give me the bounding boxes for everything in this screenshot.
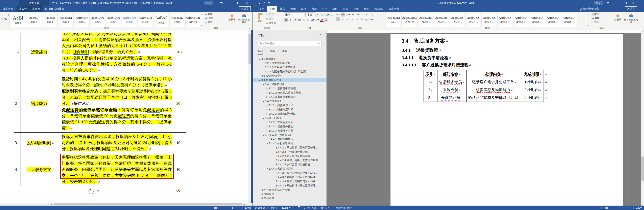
style-chip[interactable]: AaBl标题 1 [10, 13, 26, 27]
accessibility-indicator[interactable]: 辅助功能: 调查 [336, 206, 352, 210]
right-document-page[interactable]: ·3.4售后服务方案↵·3.4.1退换货政策↵·3.4.1.1退换货申请流程↵·… [390, 34, 624, 206]
replace-button[interactable]: ab替换 [205, 17, 226, 20]
close-icon[interactable]: × [242, 0, 251, 6]
restore-icon[interactable] [620, 0, 629, 6]
decrease-indent-icon[interactable]: ⇤ [351, 12, 355, 16]
nav-search-box[interactable]: ▾ [258, 41, 322, 46]
expand-collapse-icon[interactable]: ▷ [265, 130, 269, 131]
tab-table-design[interactable]: 表设计 [16, 6, 30, 12]
ribbon-tab[interactable]: 百度网盘 [386, 6, 402, 12]
web-layout-icon[interactable] [218, 207, 221, 209]
nav-item[interactable]: ▷3.4.1.1 退换货申请流程 [253, 86, 326, 91]
nav-item[interactable]: 6 其他承诺 [253, 196, 326, 200]
italic-icon[interactable]: I [288, 18, 292, 22]
nav-item[interactable]: 3.3 投诉响应时间 [253, 74, 326, 78]
zoom-in-icon[interactable]: + [242, 206, 243, 210]
style-chip[interactable]: AaBbCcDd标题 6 [90, 13, 106, 27]
search-icon[interactable] [317, 43, 318, 44]
expand-collapse-icon[interactable]: ◢ [258, 79, 262, 81]
word-count[interactable]: 63245 个字 [282, 206, 294, 210]
nav-item[interactable]: 3.4.4.2.3 凭证提供及核实流程 [253, 154, 326, 158]
zoom-level[interactable]: 130% [245, 206, 251, 209]
style-chip[interactable]: AaBbCcDi↓内容块-… [545, 13, 561, 27]
addins-button[interactable]: 加载项 [226, 12, 238, 28]
ribbon-display-options-icon[interactable] [604, 0, 612, 6]
expand-collapse-icon[interactable]: ◢ [258, 58, 262, 60]
tab-table-layout[interactable]: 表布局 [30, 6, 43, 12]
zoom-out-icon[interactable]: − [614, 206, 616, 210]
tab-baidu-pan[interactable]: 百度网盘 [0, 6, 16, 12]
ribbon-tab[interactable]: 帮助 [361, 6, 372, 12]
nav-item[interactable]: 3.4.4.3.1 客户索赔信息收集与核实... [253, 171, 326, 175]
nav-item[interactable]: ◢3.4.2 报修服务 [253, 99, 326, 103]
expand-collapse-icon[interactable]: ◢ [262, 83, 265, 85]
share-button[interactable]: ↗共享 [625, 6, 637, 11]
nav-item[interactable]: ◢3.4.4.2 执行标准细则 [253, 141, 326, 145]
ribbon-tab[interactable]: 视图 [351, 6, 361, 12]
nav-item[interactable]: ◢3.4 售后服务方案 [253, 78, 326, 82]
nav-tab-headings[interactable]: 标题 [258, 49, 263, 55]
style-chip[interactable]: AaBbCcD(↓内容块-… [418, 13, 434, 27]
ribbon-tab[interactable]: 审阅 [340, 6, 351, 12]
nav-item[interactable]: 3.2.3 免配送费的最低单笔订单金额 [253, 69, 326, 74]
nav-item[interactable]: ◢3.4.1 退换货政策 [253, 82, 326, 86]
undo-icon[interactable]: ↶ [263, 1, 265, 5]
asian-layout-icon[interactable]: A↔ [360, 12, 365, 16]
ribbon-tab[interactable]: Acrobat [372, 6, 386, 12]
style-chip[interactable]: AaBbCcD(标题 4 [58, 13, 74, 27]
style-chip[interactable]: AaBbCcD(↓内容块-… [450, 13, 465, 27]
ribbon-tab[interactable]: 引用 [319, 6, 330, 12]
scroll-right-icon[interactable]: ▶ [243, 203, 246, 206]
styles-gallery-scrollbar[interactable]: ▴▾▾ [200, 13, 203, 27]
style-chip[interactable]: AaBbCcI标题 3 [42, 13, 58, 27]
show-marks-icon[interactable]: ¶ [370, 12, 374, 16]
increase-indent-icon[interactable]: ⇥ [356, 12, 360, 16]
style-chip[interactable]: AaBbCcD↓表内列… [170, 13, 185, 27]
find-button[interactable]: 查找▾ [205, 13, 226, 16]
restore-icon[interactable] [234, 0, 242, 6]
customize-qat-icon[interactable]: ▾ [278, 2, 279, 4]
ribbon-tab[interactable]: 插入 [277, 6, 288, 12]
nav-options-chevron-icon[interactable]: ▾ [313, 34, 314, 36]
nav-item[interactable]: 3.4.4.2.2 三包期限计算规则 [253, 150, 326, 154]
multilevel-list-icon[interactable]: ⋮≡▾ [346, 12, 350, 16]
nav-item[interactable]: 3.4.4.2.5 执行监督与改进措施 [253, 162, 326, 167]
ribbon-tab[interactable]: 文件 [256, 6, 267, 12]
style-chip[interactable]: AaBbCcDdE表内正文 [185, 13, 201, 27]
save-to-baidu-button[interactable]: 保存到百度网盘 [237, 12, 251, 28]
zoom-slider[interactable] [617, 208, 631, 208]
nav-item[interactable]: 4 不存在禁止投标的情形 [253, 188, 326, 192]
shrink-font-icon[interactable]: A↓ [320, 13, 324, 17]
ribbon-tab[interactable]: 开始 [267, 6, 277, 12]
change-case-icon[interactable]: Aa▾ [325, 13, 329, 17]
nav-tab-results[interactable]: 结果 [282, 49, 287, 55]
ribbon-tab[interactable]: 邮件 [330, 6, 340, 12]
tell-me-search[interactable]: 操作说明搜索 [43, 6, 66, 12]
minimize-icon[interactable] [612, 0, 620, 6]
style-chip[interactable]: AaBbCcD(↓表… [386, 13, 402, 27]
expand-collapse-icon[interactable]: ◢ [265, 142, 269, 144]
font-color-icon[interactable]: A▾ [320, 18, 324, 22]
nav-item[interactable]: ◢3.2 物流能力 [253, 57, 326, 61]
style-chip[interactable]: AaBbC表标题 [154, 13, 169, 27]
search-input[interactable] [258, 42, 317, 45]
font-name-combobox[interactable]: 宋体▾ [284, 12, 306, 17]
scroll-up-icon[interactable]: ▲ [641, 30, 644, 33]
scroll-down-icon[interactable]: ▼ [248, 200, 251, 203]
nav-item[interactable]: 3.4.4.3.3 赔偿方案制定与客户协商... [253, 179, 326, 184]
expand-collapse-icon[interactable]: ▷ [265, 92, 269, 94]
nav-item[interactable]: ▷3.4.1.2 特殊商品退换货限制 [253, 91, 326, 95]
font-size-combobox[interactable]: 小三▾ [306, 12, 316, 17]
zoom-out-icon[interactable]: − [222, 206, 224, 210]
save-icon[interactable] [258, 2, 260, 4]
track-changes-indicator[interactable]: 修订: 关闭 [321, 206, 332, 210]
nav-item[interactable]: 3.4.4.3.4 索赔执行与后续跟踪管理 [253, 184, 326, 188]
superscript-icon[interactable]: x² [306, 18, 310, 22]
bullets-icon[interactable]: ≔▾ [336, 12, 340, 16]
sign-in-button[interactable]: 登录 [594, 1, 603, 5]
cut-button[interactable]: ✄剪切 [266, 13, 276, 16]
right-vertical-scrollbar[interactable]: ▲ ▼ [641, 30, 644, 206]
nav-item[interactable]: ▷3.4.2.2 报修响应时间 [253, 107, 326, 112]
nav-tab-pages[interactable]: 页面 [270, 49, 275, 55]
expand-collapse-icon[interactable]: ▷ [265, 88, 269, 89]
